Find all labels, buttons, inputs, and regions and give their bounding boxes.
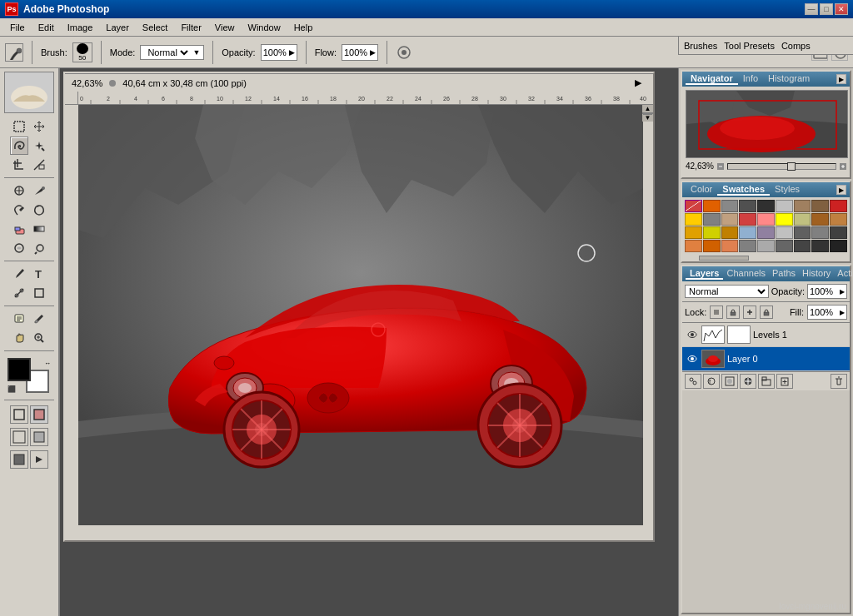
path-selection-tool[interactable] <box>10 284 28 302</box>
link-layers-btn[interactable] <box>685 374 701 389</box>
channels-tab[interactable]: Channels <box>723 268 768 280</box>
healing-brush-tool[interactable] <box>10 181 28 200</box>
brush-preview[interactable]: 50 <box>72 42 92 62</box>
swatch-21[interactable] <box>739 226 756 239</box>
blend-mode-select[interactable]: Normal <box>685 285 769 298</box>
swatch-22[interactable] <box>757 226 775 239</box>
dodge-tool[interactable] <box>30 239 48 257</box>
navigator-panel-menu[interactable]: ▶ <box>836 74 846 84</box>
swatch-14[interactable] <box>776 213 793 226</box>
clone-stamp-tool[interactable] <box>10 201 28 219</box>
menu-help[interactable]: Help <box>287 21 320 34</box>
slice-tool[interactable] <box>30 156 48 174</box>
menu-edit[interactable]: Edit <box>32 21 61 34</box>
lock-all-btn[interactable] <box>760 306 773 319</box>
lock-transparent-btn[interactable] <box>710 306 723 319</box>
quick-mask-btn[interactable] <box>30 405 48 424</box>
brushes-tab[interactable]: Brushes <box>684 41 717 51</box>
layers-fill-box[interactable]: 100% ▶ <box>807 305 847 320</box>
mode-select[interactable]: Normal ▼ <box>140 45 204 60</box>
menu-file[interactable]: File <box>3 21 32 34</box>
screen-mode-btn1[interactable] <box>10 428 28 446</box>
new-layer-btn[interactable] <box>776 374 793 389</box>
swatch-33[interactable] <box>794 240 811 252</box>
swatches-panel-menu[interactable]: ▶ <box>836 185 846 195</box>
navigator-tab[interactable]: Navigator <box>686 73 738 85</box>
text-tool[interactable]: T <box>30 265 48 283</box>
scrollbar-up-btn[interactable]: ▲ <box>642 105 653 113</box>
actions-tab[interactable]: Actions <box>834 268 853 280</box>
swatch-19[interactable] <box>703 226 721 239</box>
swatch-17[interactable] <box>830 213 847 226</box>
swatch-16[interactable] <box>811 213 829 226</box>
histogram-tab[interactable]: Histogram <box>763 73 815 85</box>
add-style-btn[interactable]: f <box>703 374 720 389</box>
history-brush-tool[interactable] <box>30 201 48 219</box>
swatch-13[interactable] <box>757 213 775 226</box>
swatch-30[interactable] <box>739 240 756 252</box>
zoom-out-icon[interactable] <box>717 163 724 170</box>
swatch-34[interactable] <box>811 240 829 252</box>
pen-tool[interactable] <box>10 265 28 283</box>
brush-tool-icon[interactable] <box>5 43 23 62</box>
close-button[interactable]: ✕ <box>835 3 848 15</box>
screen-mode-btn3[interactable] <box>10 450 28 469</box>
styles-tab[interactable]: Styles <box>770 184 805 196</box>
swatch-1[interactable] <box>703 200 721 212</box>
swatch-12[interactable] <box>739 213 756 226</box>
layer-visibility-0[interactable] <box>686 352 699 365</box>
color-tab[interactable]: Color <box>686 184 717 196</box>
foreground-color[interactable] <box>7 358 31 381</box>
layer-visibility-levels[interactable] <box>686 328 699 341</box>
menu-layer[interactable]: Layer <box>99 21 136 34</box>
move-tool[interactable] <box>30 117 48 136</box>
swatch-2[interactable] <box>721 200 739 212</box>
swatch-7[interactable] <box>811 200 829 212</box>
blur-tool[interactable] <box>10 239 28 257</box>
layers-tab-active[interactable]: Layers <box>686 268 723 280</box>
zoom-slider-thumb[interactable] <box>787 162 796 171</box>
swatch-15[interactable] <box>794 213 811 226</box>
swatch-5[interactable] <box>776 200 793 212</box>
layer-item-0[interactable]: Layer 0 <box>682 347 850 371</box>
swatch-27[interactable] <box>685 240 702 252</box>
swatch-29[interactable] <box>721 240 739 252</box>
paths-tab[interactable]: Paths <box>769 268 799 280</box>
flow-value-box[interactable]: 100% ▶ <box>342 44 378 61</box>
info-tab[interactable]: Info <box>738 73 763 85</box>
swap-colors-icon[interactable]: ↔ <box>44 360 51 367</box>
swatch-20[interactable] <box>721 226 739 239</box>
mode-dropdown[interactable]: Normal <box>144 47 191 58</box>
tool-presets-tab[interactable]: Tool Presets <box>724 41 775 51</box>
swatch-25[interactable] <box>811 226 829 239</box>
swatch-23[interactable] <box>776 226 793 239</box>
lasso-tool[interactable] <box>10 137 28 155</box>
swatch-10[interactable] <box>703 213 721 226</box>
airbrush-icon[interactable] <box>396 44 412 61</box>
menu-image[interactable]: Image <box>61 21 100 34</box>
swatches-scrollbar[interactable] <box>682 255 850 261</box>
zoom-slider[interactable] <box>727 163 836 170</box>
swatches-scroll-thumb[interactable] <box>699 256 749 261</box>
swatch-35[interactable] <box>830 240 847 252</box>
swatch-28[interactable] <box>703 240 721 252</box>
zoom-in-icon[interactable] <box>840 163 846 170</box>
swatch-null[interactable] <box>685 200 702 212</box>
eraser-tool[interactable] <box>10 220 28 238</box>
maximize-button[interactable]: □ <box>820 3 833 15</box>
crop-tool[interactable] <box>10 156 28 174</box>
swatch-9[interactable] <box>685 213 702 226</box>
jump-to-imageready-btn[interactable] <box>30 450 48 469</box>
swatches-tab-active[interactable]: Swatches <box>717 184 770 196</box>
swatch-18[interactable] <box>685 226 702 239</box>
layers-opacity-box[interactable]: 100% ▶ <box>807 284 847 299</box>
lock-image-btn[interactable] <box>726 306 740 319</box>
minimize-button[interactable]: — <box>805 3 818 15</box>
menu-window[interactable]: Window <box>242 21 287 34</box>
gradient-tool[interactable] <box>30 220 48 238</box>
history-tab[interactable]: History <box>799 268 834 280</box>
swatch-6[interactable] <box>794 200 811 212</box>
comps-tab[interactable]: Comps <box>781 41 811 51</box>
eyedropper-tool[interactable] <box>30 310 48 328</box>
lock-position-btn[interactable] <box>743 306 756 319</box>
